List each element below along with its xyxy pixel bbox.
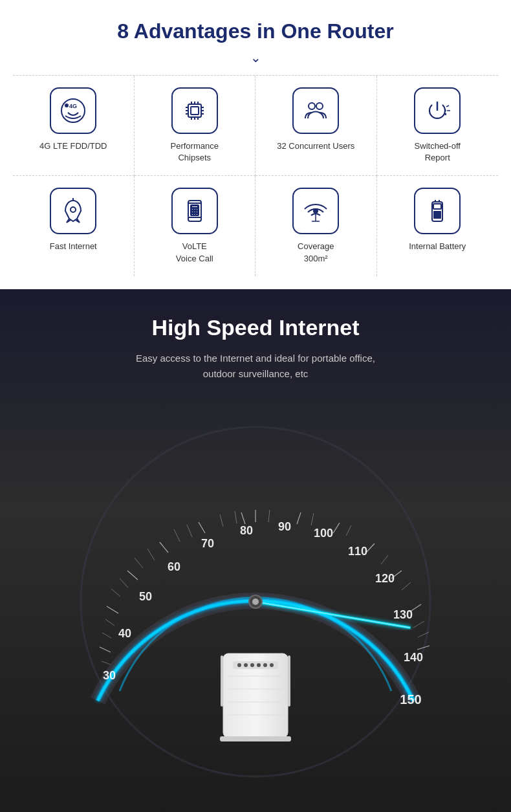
wifi-coverage-icon: [292, 188, 339, 234]
svg-line-80: [147, 549, 155, 560]
chip-icon: [171, 87, 218, 134]
advantages-title: 8 Advantages in One Router: [13, 19, 498, 43]
domain-watermark: km.movingcommtech.com: [113, 807, 397, 812]
svg-line-84: [235, 511, 237, 523]
svg-rect-25: [191, 206, 198, 208]
svg-text:50: 50: [139, 590, 152, 603]
advantages-section: 8 Advantages in One Router ⌄ 4G 4G LTE F…: [0, 0, 511, 289]
svg-point-19: [71, 207, 76, 212]
svg-line-88: [381, 555, 388, 564]
svg-line-61: [100, 647, 111, 652]
svg-line-68: [297, 512, 301, 524]
svg-point-47: [252, 598, 259, 605]
svg-point-97: [244, 663, 248, 667]
advantage-label-switched-off: Switched-offReport: [415, 140, 461, 164]
svg-rect-31: [196, 211, 198, 213]
svg-text:110: 110: [348, 545, 367, 558]
advantage-item-coverage: Coverage300m²: [256, 176, 377, 276]
svg-line-86: [311, 513, 314, 525]
speed-subtitle-line2: outdoor surveillance, etc: [203, 368, 309, 379]
svg-line-78: [120, 578, 128, 587]
advantage-label-4g: 4G LTE FDD/TDD: [39, 140, 107, 152]
svg-line-74: [102, 661, 111, 664]
advantage-item-users: 32 Concurrent Users: [256, 76, 377, 176]
advantage-item-volte: VoLTEVoice Call: [135, 176, 256, 276]
svg-rect-34: [196, 214, 198, 215]
svg-point-98: [250, 663, 254, 667]
advantage-label-fast-internet: Fast Internet: [50, 241, 97, 252]
svg-line-79: [135, 558, 143, 568]
svg-rect-4: [191, 107, 199, 115]
svg-line-77: [111, 589, 120, 597]
svg-text:4G: 4G: [69, 103, 77, 109]
svg-line-85: [268, 510, 270, 522]
svg-point-99: [257, 663, 261, 667]
svg-text:150: 150: [400, 692, 421, 707]
svg-rect-42: [433, 204, 441, 209]
svg-text:30: 30: [103, 669, 116, 682]
svg-text:130: 130: [393, 608, 413, 621]
svg-point-96: [237, 663, 241, 667]
advantage-item-4g-lte: 4G 4G LTE FDD/TDD: [13, 76, 135, 176]
svg-line-66: [241, 512, 245, 524]
rocket-icon: [50, 188, 96, 234]
speed-title: High Speed Internet: [13, 315, 498, 340]
svg-point-100: [263, 663, 267, 667]
advantages-grid: 4G 4G LTE FDD/TDD: [13, 75, 498, 276]
svg-text:100: 100: [314, 527, 333, 540]
svg-line-62: [107, 606, 118, 613]
speed-subtitle: Easy access to the Internet and ideal fo…: [13, 351, 498, 382]
power-icon: [414, 87, 461, 134]
svg-line-76: [105, 619, 114, 626]
svg-rect-41: [433, 211, 441, 219]
svg-line-64: [160, 542, 168, 553]
svg-line-81: [174, 529, 180, 542]
phone-icon: [171, 188, 218, 234]
svg-text:80: 80: [240, 524, 253, 537]
speedometer-container: 30 40 50 60 70 80 90 100 110 120 130 140…: [29, 401, 482, 789]
advantage-item-battery: Internal Battery: [377, 176, 499, 276]
svg-point-2: [65, 104, 69, 107]
advantage-item-switched-off: Switched-offReport: [377, 76, 499, 176]
svg-rect-28: [196, 208, 198, 210]
chevron-down-icon: ⌄: [13, 50, 498, 65]
svg-line-63: [127, 571, 138, 580]
svg-text:70: 70: [201, 537, 214, 550]
svg-line-69: [333, 523, 340, 533]
svg-point-17: [309, 103, 315, 109]
4g-icon: 4G: [50, 87, 96, 134]
svg-line-89: [402, 582, 411, 590]
advantage-label-chipset: PerformanceChipsets: [171, 140, 219, 164]
advantage-label-coverage: Coverage300m²: [298, 241, 334, 264]
advantage-label-users: 32 Concurrent Users: [277, 140, 354, 152]
users-icon: [292, 87, 339, 134]
svg-line-83: [220, 514, 223, 527]
svg-rect-106: [220, 736, 291, 741]
svg-text:90: 90: [278, 520, 291, 533]
speed-subtitle-line1: Easy access to the Internet and ideal fo…: [136, 353, 375, 364]
speedometer-svg: 30 40 50 60 70 80 90 100 110 120 130 140…: [29, 401, 482, 789]
svg-point-101: [270, 663, 274, 667]
advantage-item-fast-internet: Fast Internet: [13, 176, 135, 276]
speed-section: High Speed Internet Easy access to the I…: [0, 289, 511, 812]
svg-line-65: [199, 522, 205, 533]
svg-line-82: [187, 525, 192, 537]
svg-point-18: [316, 103, 323, 109]
advantage-label-volte: VoLTEVoice Call: [176, 241, 213, 264]
svg-line-75: [102, 633, 111, 638]
svg-line-87: [346, 525, 351, 536]
svg-text:140: 140: [404, 651, 423, 664]
advantage-item-chipset: PerformanceChipsets: [135, 76, 256, 176]
svg-text:40: 40: [118, 627, 131, 640]
svg-text:60: 60: [168, 560, 180, 573]
svg-line-90: [413, 621, 424, 628]
advantage-label-battery: Internal Battery: [409, 241, 466, 252]
battery-icon: [414, 188, 461, 234]
